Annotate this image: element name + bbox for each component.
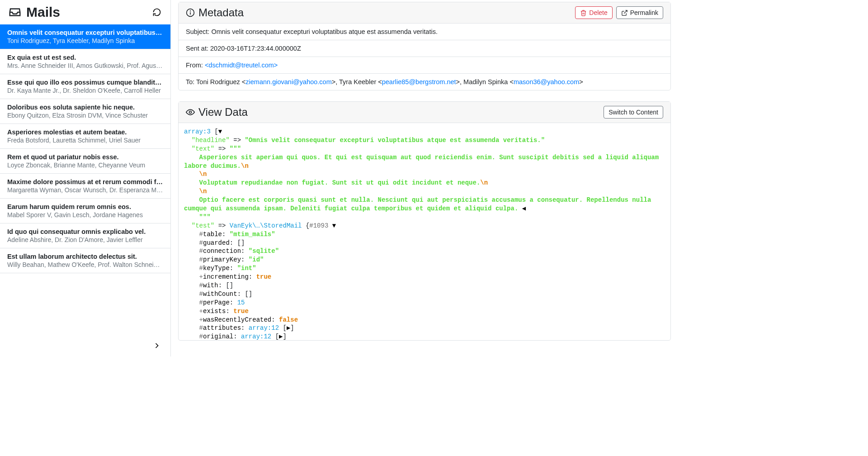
viewdata-header: View Data Switch to Content — [179, 102, 670, 123]
mail-item-recipients: Willy Beahan, Mathew O'Keefe, Prof. Walt… — [7, 261, 163, 268]
mail-item-recipients: Loyce Zboncak, Brianne Mante, Cheyanne V… — [7, 162, 163, 169]
mail-item-recipients: Mrs. Anne Schneider III, Amos Gutkowski,… — [7, 62, 163, 69]
metadata-card: Metadata Delete Permalink Subject: Omnis… — [178, 2, 671, 90]
refresh-button[interactable] — [151, 6, 163, 19]
main-content: Metadata Delete Permalink Subject: Omnis… — [171, 0, 678, 356]
mail-item-recipients: Mabel Sporer V, Gavin Lesch, Jordane Hag… — [7, 211, 163, 218]
delete-label: Delete — [589, 9, 607, 16]
permalink-label: Permalink — [630, 9, 658, 16]
mail-item[interactable]: Id quo qui consequatur omnis explicabo v… — [0, 223, 170, 248]
to-label: To: — [186, 78, 196, 86]
sent-label: Sent at: — [186, 45, 210, 52]
mail-item-recipients: Dr. Kaya Mante Jr., Dr. Sheldon O'Keefe,… — [7, 87, 163, 94]
var-dump[interactable]: array:3 [▼ "headline" => "Omnis velit co… — [179, 123, 670, 340]
mail-item-recipients: Margaretta Wyman, Oscar Wunsch, Dr. Espe… — [7, 186, 163, 194]
mail-item[interactable]: Doloribus eos soluta sapiente hic neque.… — [0, 99, 170, 124]
delete-button[interactable]: Delete — [575, 6, 612, 19]
metadata-header: Metadata Delete Permalink — [179, 2, 670, 24]
trash-icon — [580, 10, 587, 16]
sent-value: 2020-03-16T17:23:44.000000Z — [210, 45, 301, 52]
mail-item[interactable]: Earum harum quidem rerum omnis eos.Mabel… — [0, 199, 170, 223]
eye-icon — [186, 108, 195, 117]
mail-item-subject: Earum harum quidem rerum omnis eos. — [7, 203, 163, 210]
mail-item-recipients: Ebony Quitzon, Elza Strosin DVM, Vince S… — [7, 112, 163, 119]
mail-item-recipients: Toni Rodriguez, Tyra Keebler, Madilyn Sp… — [7, 37, 163, 44]
recipient-email-link[interactable]: ziemann.giovani@yahoo.com — [245, 78, 331, 86]
metadata-title: Metadata — [198, 6, 244, 19]
switch-content-button[interactable]: Switch to Content — [604, 106, 663, 119]
mail-item[interactable]: Omnis velit consequatur excepturi volupt… — [0, 24, 170, 49]
mail-item[interactable]: Est ullam laborum architecto delectus si… — [0, 248, 170, 273]
switch-content-label: Switch to Content — [609, 109, 658, 116]
mail-item[interactable]: Ex quia est ut est sed.Mrs. Anne Schneid… — [0, 49, 170, 74]
recipient-email-link[interactable]: pearlie85@bergstrom.net — [382, 78, 456, 86]
subject-value: Omnis velit consequatur excepturi volupt… — [211, 28, 438, 35]
sent-row: Sent at: 2020-03-16T17:23:44.000000Z — [179, 40, 670, 57]
mail-list: Omnis velit consequatur excepturi volupt… — [0, 24, 170, 356]
viewdata-card: View Data Switch to Content array:3 [▼ "… — [178, 101, 671, 341]
mail-item-subject: Maxime dolore possimus at et rerum commo… — [7, 178, 163, 185]
mail-item-recipients: Freda Botsford, Lauretta Schimmel, Uriel… — [7, 137, 163, 144]
info-icon — [186, 8, 195, 17]
svg-point-4 — [189, 111, 192, 114]
mail-item-subject: Rem et quod ut pariatur nobis esse. — [7, 153, 163, 161]
next-page-button[interactable] — [150, 338, 164, 353]
refresh-icon — [152, 8, 161, 17]
sidebar: Mails Omnis velit consequatur excepturi … — [0, 0, 171, 356]
mail-item[interactable]: Maxime dolore possimus at et rerum commo… — [0, 174, 170, 199]
chevron-right-icon — [152, 341, 161, 350]
subject-row: Subject: Omnis velit consequatur exceptu… — [179, 24, 670, 40]
mail-item-subject: Omnis velit consequatur excepturi volupt… — [7, 29, 163, 36]
mail-item[interactable]: Asperiores molestias et autem beatae.Fre… — [0, 124, 170, 149]
svg-point-2 — [190, 11, 191, 11]
page-title-text: Mails — [26, 5, 60, 20]
sidebar-header: Mails — [0, 0, 170, 24]
from-label: From: — [186, 62, 205, 69]
page-title: Mails — [8, 5, 60, 20]
mail-item-subject: Esse qui quo illo eos possimus cumque bl… — [7, 79, 163, 86]
svg-line-3 — [624, 10, 627, 13]
mail-item-subject: Asperiores molestias et autem beatae. — [7, 128, 163, 136]
to-row: To: Toni Rodriguez <ziemann.giovani@yaho… — [179, 74, 670, 90]
mail-item-recipients: Adeline Abshire, Dr. Zion D'Amore, Javie… — [7, 236, 163, 243]
from-email-link[interactable]: <dschmidt@treutel.com> — [205, 62, 278, 69]
external-link-icon — [621, 10, 628, 16]
viewdata-title: View Data — [198, 106, 248, 119]
permalink-button[interactable]: Permalink — [616, 6, 663, 19]
recipient-email-link[interactable]: mason36@yahoo.com — [514, 78, 579, 86]
mail-item[interactable]: Esse qui quo illo eos possimus cumque bl… — [0, 74, 170, 99]
mail-item[interactable]: Rem et quod ut pariatur nobis esse.Loyce… — [0, 149, 170, 174]
inbox-icon — [8, 5, 22, 19]
subject-label: Subject: — [186, 28, 211, 35]
from-row: From: <dschmidt@treutel.com> — [179, 57, 670, 74]
mail-item-subject: Est ullam laborum architecto delectus si… — [7, 253, 163, 260]
mail-item-subject: Doloribus eos soluta sapiente hic neque. — [7, 104, 163, 111]
mail-item-subject: Id quo qui consequatur omnis explicabo v… — [7, 228, 163, 235]
mail-item-subject: Ex quia est ut est sed. — [7, 54, 163, 61]
